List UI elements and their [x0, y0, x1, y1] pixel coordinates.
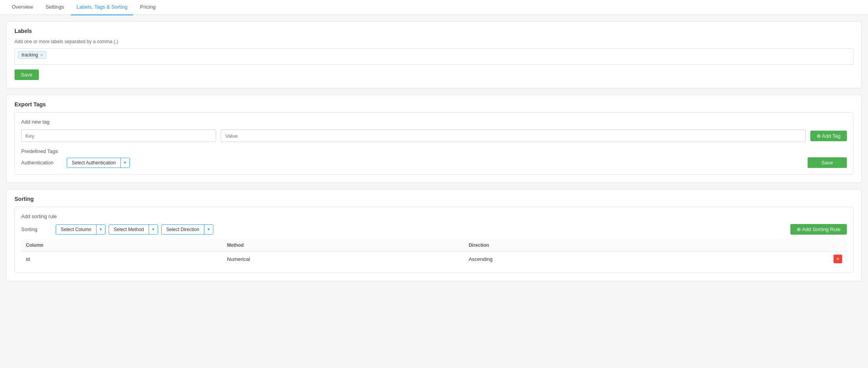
labels-title: Labels	[15, 28, 853, 34]
select-column-main[interactable]: Select Column	[56, 225, 96, 234]
add-sorting-rule-button[interactable]: ⊕ Add Sorting Rule	[790, 224, 847, 235]
add-sorting-rule-title: Add sorting rule	[21, 213, 847, 219]
select-column-arrow[interactable]: ▾	[96, 225, 105, 234]
predefined-tags-row: Authentication Select Authentication ▾ S…	[21, 157, 847, 168]
add-tag-row: ⊕ Add Tag	[21, 129, 847, 142]
sorting-section: Sorting Add sorting rule Sorting Select …	[6, 189, 862, 281]
row-column: id	[21, 251, 222, 267]
tab-overview[interactable]: Overview	[6, 0, 38, 15]
authentication-label: Authentication	[21, 160, 60, 166]
tab-labels-tags-sorting[interactable]: Labels, Tags & Sorting	[71, 0, 133, 15]
tab-settings[interactable]: Settings	[40, 0, 69, 15]
export-tags-section: Export Tags Add new tag ⊕ Add Tag Predef…	[6, 95, 862, 183]
sorting-label: Sorting	[21, 226, 53, 232]
tabs-bar: Overview Settings Labels, Tags & Sorting…	[0, 0, 868, 15]
select-method-main[interactable]: Select Method	[109, 225, 149, 234]
labels-section: Labels Add one or more labels separated …	[6, 21, 862, 88]
select-column-split-btn[interactable]: Select Column ▾	[56, 224, 106, 235]
row-actions: ×	[712, 251, 847, 267]
value-field-wrapper	[221, 129, 806, 142]
add-sorting-rule-card: Add sorting rule Sorting Select Column ▾…	[15, 207, 853, 273]
select-auth-split-btn[interactable]: Select Authentication ▾	[67, 158, 130, 168]
predefined-tags-section: Predefined Tags Authentication Select Au…	[21, 148, 847, 168]
select-auth-wrapper: Select Authentication ▾	[67, 158, 130, 168]
tag-chip-tracking: tracking ×	[18, 51, 46, 59]
col-header-method: Method	[222, 239, 464, 251]
col-header-direction: Direction	[464, 239, 712, 251]
predefined-tags-label: Predefined Tags	[21, 148, 847, 154]
col-header-actions	[712, 239, 847, 251]
tag-chip-label: tracking	[22, 52, 38, 58]
select-auth-main[interactable]: Select Authentication	[67, 158, 121, 168]
select-direction-main[interactable]: Select Direction	[162, 225, 204, 234]
select-method-arrow[interactable]: ▾	[149, 225, 158, 234]
sorting-title: Sorting	[15, 196, 853, 202]
value-input[interactable]	[221, 129, 806, 142]
sorting-table: Column Method Direction id Numerical Asc…	[21, 239, 847, 266]
labels-description: Add one or more labels separated by a co…	[15, 39, 853, 44]
select-direction-split-btn[interactable]: Select Direction ▾	[161, 224, 213, 235]
select-method-split-btn[interactable]: Select Method ▾	[109, 224, 158, 235]
add-new-tag-title: Add new tag	[21, 119, 847, 125]
predefined-save-button[interactable]: Save	[808, 157, 847, 168]
add-sorting-row: Sorting Select Column ▾ Select Method ▾ …	[21, 224, 847, 235]
col-header-column: Column	[21, 239, 222, 251]
labels-tags-container[interactable]: tracking ×	[15, 48, 853, 65]
export-tags-title: Export Tags	[15, 101, 853, 107]
sorting-table-row: id Numerical Ascending ×	[21, 251, 847, 267]
add-new-tag-card: Add new tag ⊕ Add Tag Predefined Tags Au…	[15, 112, 853, 175]
key-field-wrapper	[21, 129, 216, 142]
tag-chip-remove[interactable]: ×	[40, 53, 43, 57]
key-input[interactable]	[21, 129, 216, 142]
add-tag-button[interactable]: ⊕ Add Tag	[810, 131, 847, 141]
select-auth-arrow[interactable]: ▾	[121, 158, 129, 168]
row-method: Numerical	[222, 251, 464, 267]
labels-save-button[interactable]: Save	[15, 69, 39, 80]
select-direction-arrow[interactable]: ▾	[204, 225, 213, 234]
sorting-table-header-row: Column Method Direction	[21, 239, 847, 251]
remove-sorting-row-button[interactable]: ×	[833, 255, 842, 263]
tab-pricing[interactable]: Pricing	[135, 0, 161, 15]
page-content: Labels Add one or more labels separated …	[0, 15, 868, 294]
row-direction: Ascending	[464, 251, 712, 267]
